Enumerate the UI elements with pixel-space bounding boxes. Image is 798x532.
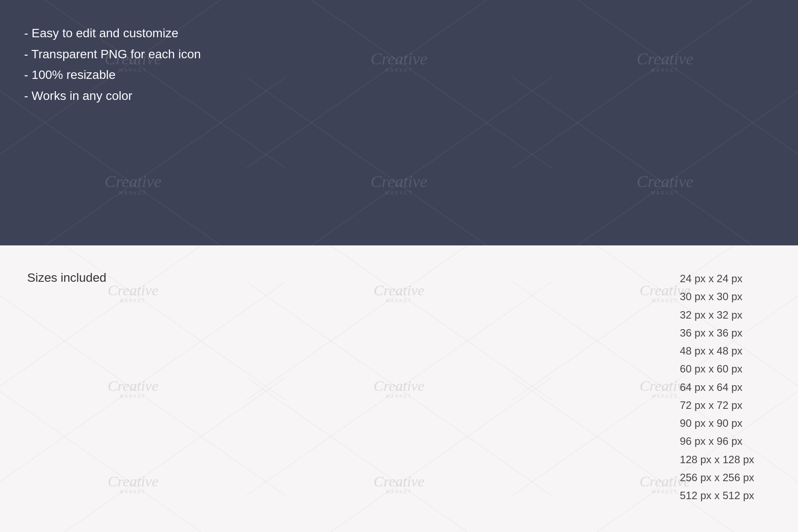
wm-cell: CreativeMARKET xyxy=(532,123,798,245)
feature-line-1: - Easy to edit and customize xyxy=(24,23,201,44)
wm-cell-l: CreativeMARKET xyxy=(0,436,266,532)
wm-logo-light: CreativeMARKET xyxy=(107,283,158,303)
size-item: 96 px x 96 px xyxy=(680,432,754,450)
wm-logo: CreativeMARKET xyxy=(105,173,161,195)
wm-cell-l: CreativeMARKET xyxy=(532,245,798,341)
wm-logo: CreativeMARKET xyxy=(637,50,693,73)
size-item: 30 px x 30 px xyxy=(680,287,754,305)
wm-cell: CreativeMARKET xyxy=(266,123,532,245)
size-item: 128 px x 128 px xyxy=(680,450,754,468)
wm-logo-light: CreativeMARKET xyxy=(374,379,424,399)
wm-logo-light: CreativeMARKET xyxy=(374,283,424,303)
size-item: 64 px x 64 px xyxy=(680,378,754,396)
feature-text-block: - Easy to edit and customize - Transpare… xyxy=(24,23,201,106)
wm-logo: CreativeMARKET xyxy=(370,173,427,195)
watermark-grid-light: CreativeMARKET CreativeMARKET CreativeMA… xyxy=(0,245,798,532)
size-item: 48 px x 48 px xyxy=(680,342,754,360)
wm-cell-l: CreativeMARKET xyxy=(266,245,532,341)
wm-cell-l: CreativeMARKET xyxy=(0,341,266,436)
sizes-list: 24 px x 24 px 30 px x 30 px 32 px x 32 p… xyxy=(680,270,754,504)
size-item: 90 px x 90 px xyxy=(680,414,754,432)
feature-line-2: - Transparent PNG for each icon xyxy=(24,44,201,65)
wm-logo: CreativeMARKET xyxy=(370,50,427,73)
wm-cell-l: CreativeMARKET xyxy=(266,436,532,532)
bottom-section: CreativeMARKET CreativeMARKET CreativeMA… xyxy=(0,245,798,532)
feature-line-4: - Works in any color xyxy=(24,85,201,106)
wm-cell-l: CreativeMARKET xyxy=(0,245,266,341)
size-item: 32 px x 32 px xyxy=(680,306,754,324)
size-item: 60 px x 60 px xyxy=(680,360,754,378)
feature-line-3: - 100% resizable xyxy=(24,64,201,85)
top-section: CreativeMARKET CreativeMARKET CreativeMA… xyxy=(0,0,798,245)
wm-logo: CreativeMARKET xyxy=(637,173,693,195)
wm-logo-light: CreativeMARKET xyxy=(374,474,424,494)
wm-cell-l: CreativeMARKET xyxy=(532,341,798,436)
wm-cell: CreativeMARKET xyxy=(0,123,266,245)
wm-cell-l: CreativeMARKET xyxy=(266,341,532,436)
wm-cell: CreativeMARKET xyxy=(266,0,532,123)
wm-cell-l: CreativeMARKET xyxy=(532,436,798,532)
size-item: 256 px x 256 px xyxy=(680,468,754,486)
size-item: 72 px x 72 px xyxy=(680,396,754,414)
size-item: 512 px x 512 px xyxy=(680,486,754,504)
sizes-heading: Sizes included xyxy=(27,271,107,285)
wm-logo-light: CreativeMARKET xyxy=(107,474,158,494)
wm-logo-light: CreativeMARKET xyxy=(107,379,158,399)
wm-cell: CreativeMARKET xyxy=(532,0,798,123)
size-item: 36 px x 36 px xyxy=(680,324,754,342)
size-item: 24 px x 24 px xyxy=(680,270,754,287)
